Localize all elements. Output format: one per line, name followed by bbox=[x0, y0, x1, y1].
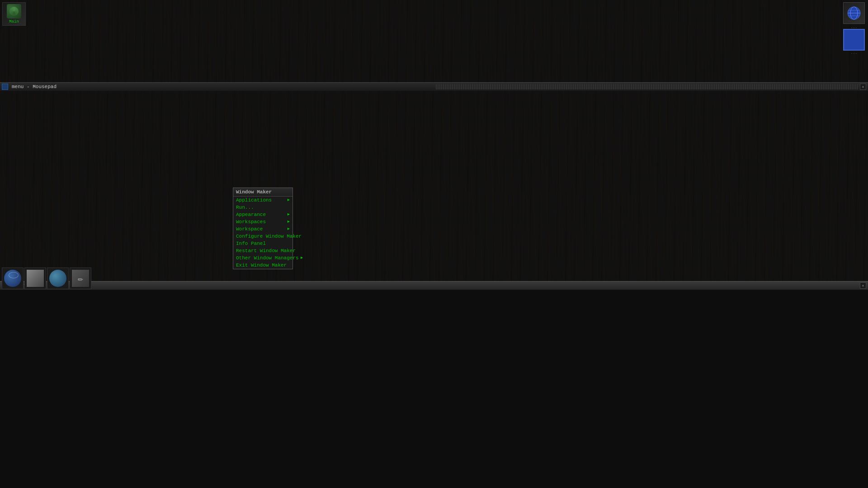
taskbar: Desktop ✕ bbox=[0, 281, 868, 488]
menu-item-workspace[interactable]: Workspace ► bbox=[233, 225, 292, 233]
main-icon-label: Main bbox=[9, 19, 19, 24]
bottom-dock-icon-4[interactable] bbox=[70, 267, 91, 289]
globe-icon-2 bbox=[49, 270, 66, 287]
context-menu: Window Maker Applications ► Run... Appea… bbox=[233, 188, 293, 269]
menu-item-appearance-label: Appearance bbox=[236, 212, 266, 217]
main-icon-image bbox=[7, 4, 21, 19]
menu-item-info-label: Info Panel bbox=[236, 241, 266, 246]
globe-icon-1 bbox=[4, 270, 21, 287]
menu-bar-button[interactable] bbox=[2, 84, 8, 90]
bottom-dock-icon-2[interactable] bbox=[24, 267, 46, 289]
menu-item-other-wm-label: Other Window Managers bbox=[236, 255, 299, 261]
menu-mousepad-bar: menu - Mousepad ✕ bbox=[0, 82, 868, 91]
menu-item-applications-label: Applications bbox=[236, 197, 272, 203]
menu-item-info[interactable]: Info Panel bbox=[233, 240, 292, 247]
dock-dots-2: ... bbox=[851, 51, 857, 55]
menu-item-workspace-arrow: ► bbox=[288, 227, 290, 231]
top-right-dock: ... ... bbox=[842, 2, 866, 55]
menu-item-workspaces-arrow: ► bbox=[288, 220, 290, 224]
taskbar-close-button[interactable]: ✕ bbox=[860, 282, 866, 289]
menu-item-appearance-arrow: ► bbox=[288, 212, 290, 217]
menu-bar-close-button[interactable]: ✕ bbox=[860, 84, 866, 90]
menu-item-workspace-label: Workspace bbox=[236, 226, 263, 232]
taskbar-body bbox=[0, 290, 868, 488]
menu-bar-title: menu - Mousepad bbox=[12, 84, 434, 89]
menu-item-exit[interactable]: Exit Window Maker bbox=[233, 262, 292, 269]
menu-item-configure[interactable]: Configure Window Maker bbox=[233, 233, 292, 240]
menu-item-applications[interactable]: Applications ► bbox=[233, 197, 292, 204]
menu-item-workspaces-label: Workspaces bbox=[236, 219, 266, 225]
bottom-dock-icon-3[interactable] bbox=[47, 267, 69, 289]
gray-icon bbox=[27, 270, 44, 287]
menu-item-other-wm[interactable]: Other Window Managers ► bbox=[233, 254, 292, 262]
menu-item-other-wm-arrow: ► bbox=[301, 256, 303, 260]
bottom-dock bbox=[0, 267, 93, 290]
dock-icon-blue[interactable] bbox=[843, 29, 865, 51]
menu-scrollbar[interactable] bbox=[436, 84, 858, 89]
menu-item-run[interactable]: Run... bbox=[233, 204, 292, 211]
network-icon bbox=[847, 6, 861, 20]
menu-item-applications-arrow: ► bbox=[288, 198, 290, 202]
menu-item-restart-label: Restart Window Maker bbox=[236, 248, 296, 253]
menu-item-exit-label: Exit Window Maker bbox=[236, 263, 287, 268]
taskbar-title-bar: Desktop ✕ bbox=[0, 281, 868, 290]
pen-icon bbox=[72, 270, 89, 287]
menu-item-run-label: Run... bbox=[236, 205, 254, 210]
dock-icon-top[interactable] bbox=[843, 2, 865, 24]
bottom-dock-icon-1[interactable] bbox=[2, 267, 24, 289]
menu-item-workspaces[interactable]: Workspaces ► bbox=[233, 218, 292, 225]
context-menu-header: Window Maker bbox=[233, 188, 292, 197]
dock-dots-1: ... bbox=[851, 25, 857, 29]
menu-item-restart[interactable]: Restart Window Maker bbox=[233, 247, 292, 254]
menu-item-configure-label: Configure Window Maker bbox=[236, 234, 302, 239]
menu-item-appearance[interactable]: Appearance ► bbox=[233, 211, 292, 218]
main-icon[interactable]: Main bbox=[2, 2, 26, 26]
